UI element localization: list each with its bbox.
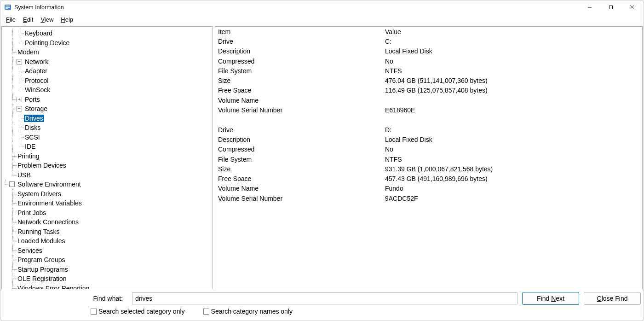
item-cell: Description bbox=[215, 47, 383, 55]
tree-item-running-tasks[interactable]: Running Tasks bbox=[2, 227, 213, 237]
table-row[interactable]: File SystemNTFS bbox=[215, 66, 642, 76]
header-item[interactable]: Item bbox=[215, 28, 383, 35]
tree-item-ports[interactable]: +Ports bbox=[2, 95, 213, 105]
table-header[interactable]: Item Value bbox=[215, 27, 642, 36]
tree-item-network-connections[interactable]: Network Connections bbox=[2, 217, 213, 227]
tree-item-printing[interactable]: Printing bbox=[2, 152, 213, 161]
item-cell: Free Space bbox=[215, 87, 383, 94]
item-cell: Drive bbox=[215, 126, 383, 134]
tree-item-software-environment[interactable]: −Software Environment bbox=[2, 180, 213, 189]
table-row[interactable] bbox=[215, 115, 642, 125]
table-row[interactable]: Size476.04 GB (511,141,007,360 bytes) bbox=[215, 76, 642, 85]
tree-item-protocol[interactable]: Protocol bbox=[2, 76, 213, 86]
tree-item-print-jobs[interactable]: Print Jobs bbox=[2, 208, 213, 218]
tree-item-drives[interactable]: Drives bbox=[2, 114, 213, 123]
table-row[interactable]: File SystemNTFS bbox=[215, 154, 642, 164]
tree-item-services[interactable]: Services bbox=[2, 246, 213, 256]
tree-item-system-drivers[interactable]: System Drivers bbox=[2, 189, 213, 199]
window-title: System Information bbox=[14, 4, 64, 11]
app-icon bbox=[4, 4, 12, 11]
tree-item-pointing-device[interactable]: Pointing Device bbox=[2, 38, 213, 48]
details-scroll[interactable]: Item Value DriveC:DescriptionLocal Fixed… bbox=[215, 27, 642, 289]
search-names-only-checkbox[interactable]: Search category names only bbox=[203, 308, 293, 315]
tree-item-network[interactable]: −Network bbox=[2, 57, 213, 67]
table-row[interactable]: CompressedNo bbox=[215, 56, 642, 66]
collapse-icon[interactable]: − bbox=[17, 106, 22, 111]
table-row[interactable]: Volume Name bbox=[215, 95, 642, 105]
system-information-window: System Information File Edit View Help K… bbox=[0, 0, 644, 321]
find-input[interactable] bbox=[132, 292, 518, 304]
tree-item-disks[interactable]: Disks bbox=[2, 123, 213, 133]
value-cell: Fundo bbox=[383, 185, 642, 192]
menubar: File Edit View Help bbox=[0, 14, 644, 25]
close-find-button[interactable]: Close Find bbox=[584, 292, 641, 305]
close-button[interactable] bbox=[621, 0, 643, 14]
item-cell: Free Space bbox=[215, 175, 383, 182]
svg-rect-5 bbox=[610, 6, 613, 9]
item-cell: Volume Serial Number bbox=[215, 195, 383, 202]
value-cell: 476.04 GB (511,141,007,360 bytes) bbox=[383, 77, 642, 84]
expand-icon[interactable]: + bbox=[17, 97, 22, 102]
table-row[interactable]: DriveD: bbox=[215, 125, 642, 134]
tree-item-problem-devices[interactable]: Problem Devices bbox=[2, 161, 213, 170]
checkbox-icon bbox=[203, 309, 209, 315]
tree-item-loaded-modules[interactable]: Loaded Modules bbox=[2, 236, 213, 246]
menu-file[interactable]: File bbox=[2, 15, 19, 24]
value-cell: NTFS bbox=[383, 156, 642, 163]
tree-scroll[interactable]: Keyboard Pointing Device Modem −Network … bbox=[2, 27, 213, 289]
tree-item-windows-error-reporting[interactable]: Windows Error Reporting bbox=[2, 284, 213, 289]
svg-rect-3 bbox=[6, 8, 8, 9]
menu-view[interactable]: View bbox=[37, 15, 57, 24]
table-row[interactable]: CompressedNo bbox=[215, 145, 642, 154]
titlebar: System Information bbox=[0, 0, 644, 14]
value-cell: No bbox=[383, 58, 642, 65]
table-row[interactable]: Size931.39 GB (1,000,067,821,568 bytes) bbox=[215, 164, 642, 174]
table-row[interactable]: Volume NameFundo bbox=[215, 184, 642, 193]
table-row[interactable]: Volume Serial Number9ACDC52F bbox=[215, 193, 642, 203]
menu-help[interactable]: Help bbox=[57, 15, 77, 24]
find-what-label: Find what: bbox=[3, 295, 127, 302]
search-selected-only-checkbox[interactable]: Search selected category only bbox=[91, 308, 185, 315]
menu-edit[interactable]: Edit bbox=[19, 15, 37, 24]
category-tree: Keyboard Pointing Device Modem −Network … bbox=[2, 27, 213, 289]
item-cell: Drive bbox=[215, 38, 383, 45]
tree-item-ole-registration[interactable]: OLE Registration bbox=[2, 274, 213, 284]
table-row[interactable]: DriveC: bbox=[215, 36, 642, 46]
tree-item-scsi[interactable]: SCSI bbox=[2, 133, 213, 142]
tree-item-startup-programs[interactable]: Startup Programs bbox=[2, 265, 213, 274]
details-pane: Item Value DriveC:DescriptionLocal Fixed… bbox=[215, 26, 643, 289]
table-row[interactable]: Free Space116.49 GB (125,075,857,408 byt… bbox=[215, 86, 642, 95]
tree-item-adapter[interactable]: Adapter bbox=[2, 66, 213, 76]
value-cell: 9ACDC52F bbox=[383, 195, 642, 202]
tree-item-usb[interactable]: USB bbox=[2, 170, 213, 180]
item-cell: File System bbox=[215, 156, 383, 163]
svg-rect-1 bbox=[6, 6, 10, 6]
table-row[interactable]: Free Space457.43 GB (491,160,989,696 byt… bbox=[215, 174, 642, 183]
tree-item-ide[interactable]: IDE bbox=[2, 142, 213, 152]
tree-item-modem[interactable]: Modem bbox=[2, 47, 213, 57]
category-tree-pane: Keyboard Pointing Device Modem −Network … bbox=[1, 26, 213, 289]
find-next-button[interactable]: Find Next bbox=[522, 292, 579, 305]
minimize-button[interactable] bbox=[579, 0, 600, 14]
table-row[interactable]: DescriptionLocal Fixed Disk bbox=[215, 134, 642, 144]
table-row[interactable]: Volume Serial NumberE618960E bbox=[215, 105, 642, 115]
tree-item-program-groups[interactable]: Program Groups bbox=[2, 255, 213, 265]
tree-item-storage[interactable]: −Storage bbox=[2, 104, 213, 114]
checkbox-icon bbox=[91, 309, 97, 315]
value-cell: Local Fixed Disk bbox=[383, 47, 642, 55]
tree-item-winsock[interactable]: WinSock bbox=[2, 85, 213, 95]
item-cell: Compressed bbox=[215, 58, 383, 65]
item-cell: Volume Name bbox=[215, 97, 383, 104]
collapse-icon[interactable]: − bbox=[9, 181, 15, 187]
tree-item-environment-variables[interactable]: Environment Variables bbox=[2, 198, 213, 208]
collapse-icon[interactable]: − bbox=[17, 59, 22, 64]
item-cell: Size bbox=[215, 77, 383, 84]
value-cell: E618960E bbox=[383, 106, 642, 114]
value-cell: 116.49 GB (125,075,857,408 bytes) bbox=[383, 87, 642, 94]
item-cell: Volume Name bbox=[215, 185, 383, 192]
value-cell: 457.43 GB (491,160,989,696 bytes) bbox=[383, 175, 642, 182]
maximize-button[interactable] bbox=[600, 0, 621, 14]
table-row[interactable]: DescriptionLocal Fixed Disk bbox=[215, 47, 642, 56]
header-value[interactable]: Value bbox=[383, 28, 642, 35]
tree-item-keyboard[interactable]: Keyboard bbox=[2, 29, 213, 38]
